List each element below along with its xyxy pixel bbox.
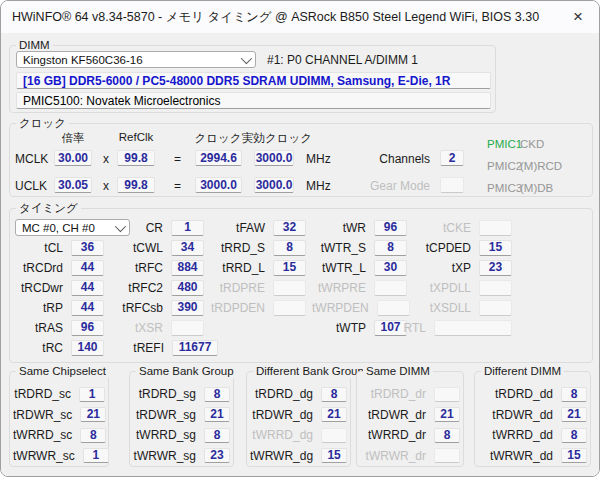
timing-field-tRDPRE	[273, 280, 306, 296]
timing-column-1: tCL36tRCDrd44tRCDwr44tRP44tRAS96tRC140	[14, 218, 104, 358]
mclk-label: MCLK	[15, 152, 48, 166]
timing-label-tRFCsb: tRFCsb	[110, 301, 163, 315]
timing-label-tRDWR_dr: tRDWR_dr	[360, 408, 426, 422]
close-button[interactable]: ×	[565, 5, 591, 29]
timing-field-tXPDLL	[479, 280, 512, 296]
timing-column-2: CR1tCWL34tRFC884tRFC2480tRFCsb390tXSRtRE…	[110, 218, 204, 358]
gear-mode-label: Gear Mode	[348, 179, 430, 193]
close-icon: ×	[573, 7, 583, 27]
timing-label-tWRPRE: tWRPRE	[312, 281, 366, 295]
dimm-group-label: DIMM	[16, 38, 53, 52]
timing-label-tRDWR_sg: tRDWR_sg	[133, 408, 196, 422]
timing-field-tRP: 44	[71, 300, 104, 316]
timing-field-tRDRD_dg: 8	[321, 387, 347, 402]
mclk-unit: MHz	[306, 152, 331, 166]
timing-label-tRFC: tRFC	[110, 261, 163, 275]
pmic2-name: PMIC2	[487, 160, 522, 172]
timing-field-tFAW: 32	[273, 220, 306, 236]
timing-field-tWRWR_dd: 15	[561, 448, 587, 463]
timing-label-CR: CR	[110, 221, 163, 235]
timing-label-tCL: tCL	[14, 241, 63, 255]
uclk-effective-field: 3000.0	[254, 177, 294, 193]
timing-label-tWRWR_dg: tWRWR_dg	[250, 449, 313, 463]
timing-field-tRDWR_sc: 21	[80, 407, 106, 422]
clock-group-label: クロック	[16, 116, 69, 130]
mclk-ratio-field: 30.00	[54, 150, 92, 166]
dimm-select-value: Kingston KF560C36-16	[23, 54, 237, 66]
timing-field-tWRRD_dr: 8	[434, 428, 460, 443]
timing-label-tWRRD_dd: tWRRD_dd	[478, 428, 553, 442]
channels-label: Channels	[348, 152, 430, 166]
timing-field-tCPDED: 15	[479, 240, 512, 256]
equals-symbol: =	[174, 179, 181, 193]
uclk-ratio-field: 30.05	[54, 177, 92, 193]
timing-label-tRP: tRP	[14, 301, 63, 315]
timing-label-tRDRD_sc: tRDRD_sc	[13, 387, 71, 401]
timing-field-tWRWR_dg: 15	[321, 448, 347, 463]
mclk-effective-field: 3000.0	[254, 150, 294, 166]
timing-label-tWTR_S: tWTR_S	[312, 241, 366, 255]
timing-label-tRC: tRC	[14, 341, 63, 355]
timing-field-tRC: 140	[71, 340, 104, 356]
pmic2-value: (M)RCD	[520, 160, 562, 172]
timing-label-tRRD_L: tRRD_L	[210, 261, 265, 275]
timing-column-3: tFAW32tRRD_S8tRRD_L15tRDPREtRDPDEN	[210, 218, 306, 358]
timing-field-tXSDLL	[479, 300, 512, 316]
timing-label-tXP: tXP	[397, 261, 471, 275]
timing-field-tRDPDEN	[273, 300, 306, 316]
group-same-dimm: Same DIMMtRDRD_drtRDWR_dr21tWRRD_dr8tWRW…	[356, 371, 464, 467]
group-title: Different Bank Group	[253, 364, 367, 378]
header-ratio: 倍率	[46, 131, 100, 146]
uclk-clock-field: 3000.0	[195, 177, 242, 193]
timing-label-tRDRD_sg: tRDRD_sg	[133, 387, 196, 401]
window-body: DIMM Kingston KF560C36-16 #1: P0 CHANNEL…	[1, 33, 599, 476]
timing-field-tRDRD_sg: 8	[204, 387, 230, 402]
timing-group: タイミング MC #0, CH #0 tCL36tRCDrd44tRCDwr44…	[9, 208, 593, 363]
uclk-unit: MHz	[306, 179, 331, 193]
pmic3-value: (M)DB	[520, 182, 553, 194]
timing-label-tRDRD_dd: tRDRD_dd	[478, 387, 553, 401]
timing-field-tRRD_S: 8	[273, 240, 306, 256]
timing-field-tRCDrd: 44	[71, 260, 104, 276]
timing-label-tWRRD_dg: tWRRD_dg	[250, 428, 313, 442]
timing-field-tXSR	[171, 320, 204, 336]
group-title: Different DIMM	[481, 364, 564, 378]
dimm-slot-label: #1: P0 CHANNEL A/DIMM 1	[267, 53, 418, 67]
timing-label-tREFI: tREFI	[110, 341, 164, 355]
timing-field-tRDWR_sg: 21	[204, 407, 230, 422]
channels-field: 2	[440, 150, 464, 166]
timing-label-tRCDwr: tRCDwr	[14, 281, 63, 295]
timing-column-4: tWR96tWTR_S8tWTR_L30tWRPREtWRPDENtWTP107	[312, 218, 407, 358]
timing-field-tWRRD_sg: 8	[204, 428, 230, 443]
uclk-refclk-field: 99.8	[117, 177, 155, 193]
timing-label-tWTP: tWTP	[312, 321, 366, 335]
timing-field-tWRRD_sc: 8	[80, 428, 106, 443]
dimm-select[interactable]: Kingston KF560C36-16	[16, 51, 256, 68]
timing-label-tWRRD_dr: tWRRD_dr	[360, 428, 426, 442]
group-title: Same DIMM	[363, 364, 433, 378]
timing-label-tRDRD_dr: tRDRD_dr	[360, 387, 426, 401]
timing-label-tWRRD_sg: tWRRD_sg	[133, 428, 196, 442]
timing-label-tRAS: tRAS	[14, 321, 63, 335]
group-title: Same Bank Group	[136, 364, 237, 378]
timing-field-tRDWR_dg: 21	[321, 407, 347, 422]
timing-field-tCL: 36	[71, 240, 104, 256]
timing-field-tRAS: 96	[71, 320, 104, 336]
timing-label-tRDPRE: tRDPRE	[210, 281, 265, 295]
pmic1-value: CKD	[520, 138, 544, 150]
timing-column-5: tCKEtCPDED15tXP23tXPDLLtXSDLLRTL	[397, 218, 512, 358]
timing-label-tFAW: tFAW	[210, 221, 265, 235]
pmic-info-bar: PMIC5100: Novatek Microelectronics	[16, 92, 491, 109]
header-refclk: RefClk	[109, 131, 163, 143]
gear-mode-field	[440, 177, 464, 193]
timing-field-tRCDwr: 44	[71, 280, 104, 296]
timing-label-tRDWR_dg: tRDWR_dg	[250, 408, 313, 422]
timing-field-tRDRD_sc: 1	[79, 387, 105, 402]
timing-field-tWRWR_sc: 1	[83, 448, 109, 463]
timing-label-tRFC2: tRFC2	[110, 281, 163, 295]
group-title: Same Chipselect	[16, 364, 109, 378]
equals-symbol: =	[174, 152, 181, 166]
header-effective-clock: 実効クロック	[242, 131, 306, 146]
hwinfo-window: HWiNFO® 64 v8.34-5870 - メモリ タイミング @ ASRo…	[0, 0, 600, 477]
timing-label-tWRWR_sc: tWRWR_sc	[13, 449, 75, 463]
